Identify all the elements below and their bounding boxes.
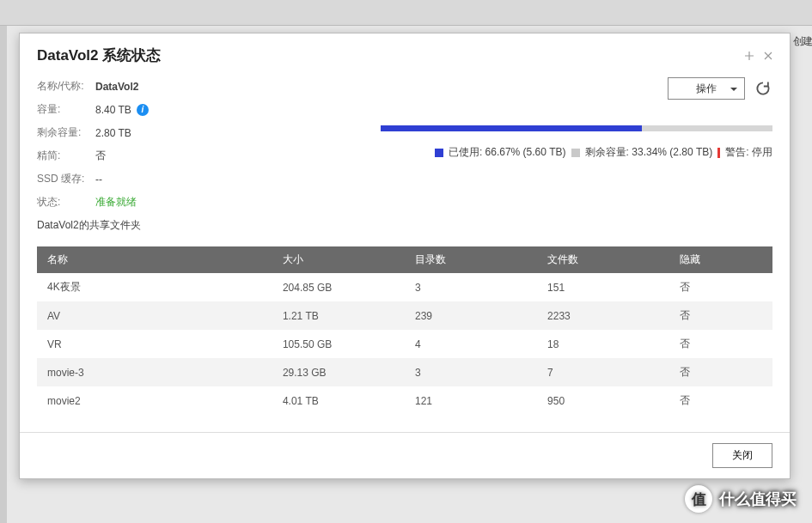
- thin-label: 精简:: [37, 149, 95, 163]
- table-cell: movie2: [37, 386, 272, 415]
- table-row[interactable]: 4K夜景204.85 GB3151否: [37, 273, 772, 301]
- capacity-value: 8.40 TB: [95, 104, 131, 116]
- table-row[interactable]: movie24.01 TB121950否: [37, 386, 772, 415]
- modal-title: DataVol2 系统状态: [37, 46, 161, 65]
- table-cell: 2233: [537, 301, 669, 330]
- table-cell: 4: [405, 330, 537, 358]
- thin-value: 否: [95, 149, 106, 163]
- usage-bar: [381, 125, 772, 131]
- table-cell: 1.21 TB: [272, 301, 405, 330]
- table-cell: 4.01 TB: [272, 386, 405, 415]
- table-cell: 否: [669, 330, 772, 358]
- table-cell: 18: [537, 330, 669, 358]
- status-value: 准备就绪: [95, 195, 137, 210]
- bg-create-fragment: 创建: [793, 34, 812, 49]
- table-cell: 105.50 GB: [272, 330, 405, 358]
- free-swatch: [571, 149, 580, 157]
- ssd-value: --: [95, 173, 102, 185]
- table-row[interactable]: movie-329.13 GB37否: [37, 358, 772, 386]
- name-value: DataVol2: [95, 81, 138, 93]
- system-status-modal: DataVol2 系统状态 名称/代称: DataVol2 容量: 8.40 T…: [19, 33, 791, 479]
- usage-bar-fill: [381, 125, 642, 131]
- table-cell: 4K夜景: [37, 273, 272, 301]
- warn-swatch: [717, 148, 720, 158]
- add-icon[interactable]: [743, 50, 755, 62]
- capacity-label: 容量:: [37, 102, 95, 117]
- table-cell: 否: [669, 301, 772, 330]
- table-cell: 151: [537, 273, 669, 301]
- table-cell: 3: [405, 358, 537, 386]
- col-name[interactable]: 名称: [37, 246, 272, 273]
- table-cell: 否: [669, 273, 772, 301]
- table-cell: AV: [37, 301, 272, 330]
- modal-footer: 关闭: [20, 432, 790, 478]
- shared-folder-table: 名称 大小 目录数 文件数 隐藏 4K夜景204.85 GB3151否AV1.2…: [37, 246, 772, 415]
- table-cell: 121: [405, 386, 537, 415]
- table-row[interactable]: AV1.21 TB2392233否: [37, 301, 772, 330]
- shared-folders-heading: DataVol2的共享文件夹: [37, 218, 381, 233]
- table-cell: 否: [669, 386, 772, 415]
- used-swatch: [435, 149, 443, 157]
- free-label: 剩余容量:: [37, 125, 95, 140]
- name-label: 名称/代称:: [37, 79, 95, 94]
- close-button[interactable]: 关闭: [712, 443, 772, 468]
- warn-legend-text: 警告: 停用: [725, 145, 772, 160]
- free-value: 2.80 TB: [95, 127, 131, 139]
- close-icon[interactable]: [762, 50, 774, 62]
- col-size[interactable]: 大小: [272, 246, 405, 273]
- ssd-label: SSD 缓存:: [37, 172, 95, 186]
- table-row[interactable]: VR105.50 GB418否: [37, 330, 772, 358]
- table-cell: VR: [37, 330, 272, 358]
- table-cell: 950: [537, 386, 669, 415]
- table-cell: movie-3: [37, 358, 272, 386]
- action-dropdown-label: 操作: [696, 82, 717, 96]
- watermark-text: 什么值得买: [719, 489, 797, 509]
- table-cell: 3: [405, 273, 537, 301]
- col-files[interactable]: 文件数: [537, 246, 669, 273]
- background-toolbar: [0, 0, 812, 26]
- info-icon[interactable]: i: [137, 104, 149, 116]
- chevron-down-icon: [730, 82, 737, 94]
- table-cell: 204.85 GB: [272, 273, 405, 301]
- watermark: 值 什么值得买: [685, 485, 797, 513]
- used-legend-text: 已使用: 66.67% (5.60 TB): [449, 145, 566, 160]
- action-dropdown-button[interactable]: 操作: [668, 77, 745, 100]
- table-cell: 29.13 GB: [272, 358, 405, 386]
- usage-legend: 已使用: 66.67% (5.60 TB) 剩余容量: 33.34% (2.80…: [381, 145, 772, 160]
- table-header-row: 名称 大小 目录数 文件数 隐藏: [37, 246, 772, 273]
- background-side: [0, 26, 7, 523]
- watermark-badge: 值: [685, 485, 712, 513]
- col-hidden[interactable]: 隐藏: [669, 246, 772, 273]
- status-label: 状态:: [37, 195, 95, 210]
- info-panel: 名称/代称: DataVol2 容量: 8.40 TB i 剩余容量: 2.80…: [37, 74, 381, 243]
- table-cell: 7: [537, 358, 669, 386]
- table-cell: 否: [669, 358, 772, 386]
- modal-header: DataVol2 系统状态: [20, 33, 790, 74]
- table-cell: 239: [405, 301, 537, 330]
- col-dirs[interactable]: 目录数: [405, 246, 537, 273]
- free-legend-text: 剩余容量: 33.34% (2.80 TB): [585, 145, 713, 160]
- refresh-icon[interactable]: [754, 79, 772, 98]
